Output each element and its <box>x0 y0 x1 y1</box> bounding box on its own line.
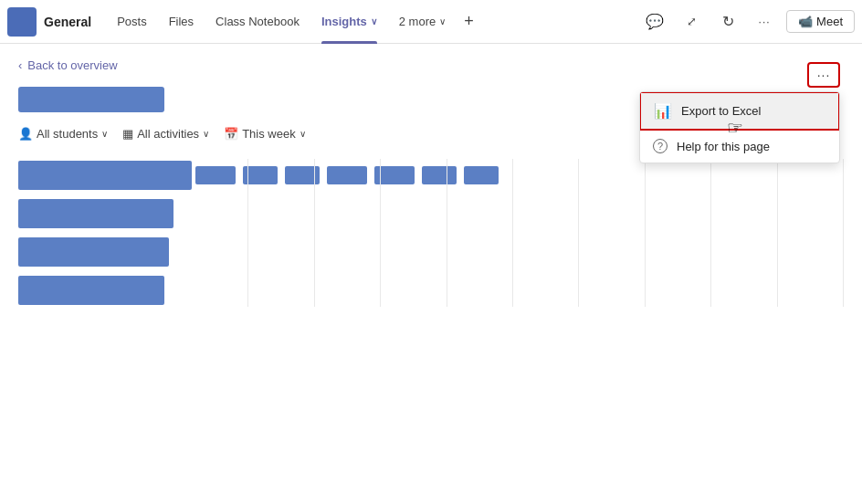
students-chevron-icon: ∨ <box>101 129 108 139</box>
page-title-block <box>18 87 164 112</box>
chart-area <box>18 159 844 307</box>
top-bar: General Posts Files Class Notebook Insig… <box>0 0 862 44</box>
app-icon <box>7 7 37 37</box>
export-to-excel-item[interactable]: 📊 Export to Excel <box>639 91 840 131</box>
tab-insights[interactable]: Insights ∨ <box>310 0 388 44</box>
seg-1-4 <box>327 166 367 184</box>
nav-tabs: Posts Files Class Notebook Insights ∨ 2 … <box>106 0 640 44</box>
dropdown-menu: 📊 Export to Excel ? Help for this page <box>639 91 840 163</box>
ellipsis-icon: ··· <box>759 16 771 28</box>
back-link[interactable]: ‹ Back to overview <box>18 58 844 72</box>
channel-name: General <box>44 15 91 29</box>
bar-main-3 <box>18 237 169 267</box>
refresh-icon-btn[interactable]: ↻ <box>713 7 742 37</box>
week-chevron-icon: ∨ <box>300 129 306 139</box>
chat-icon-btn[interactable]: 💬 <box>640 7 669 37</box>
more-chevron-icon: ∨ <box>439 16 446 26</box>
seg-1-7 <box>464 166 499 184</box>
tab-more[interactable]: 2 more ∨ <box>388 0 457 44</box>
more-options-button[interactable]: ··· <box>807 62 840 88</box>
help-icon: ? <box>653 139 668 153</box>
chart-row-4 <box>18 274 844 307</box>
expand-icon: ⤢ <box>687 15 697 28</box>
seg-1-5 <box>374 166 415 184</box>
seg-1-1 <box>195 166 236 184</box>
seg-1-3 <box>285 166 320 184</box>
seg-1-6 <box>422 166 457 184</box>
meet-button[interactable]: 📹 Meet <box>786 10 855 33</box>
seg-1-2 <box>243 166 278 184</box>
tab-class-notebook[interactable]: Class Notebook <box>205 0 310 44</box>
expand-icon-btn[interactable]: ⤢ <box>677 7 706 37</box>
content-area: ‹ Back to overview 👤 All students ∨ ▦ Al… <box>0 44 862 321</box>
meet-camera-icon: 📹 <box>798 15 813 28</box>
segments-row-1 <box>195 166 844 184</box>
bar-main-4 <box>18 276 164 305</box>
filter-week[interactable]: 📅 This week ∨ <box>224 127 306 141</box>
excel-icon: 📊 <box>654 102 672 120</box>
top-bar-right: 💬 ⤢ ↻ ··· 📹 Meet <box>640 7 855 37</box>
chart-row-2 <box>18 197 844 230</box>
filter-activities[interactable]: ▦ All activities ∨ <box>122 127 209 141</box>
back-chevron-icon: ‹ <box>18 58 22 72</box>
chat-icon: 💬 <box>646 13 664 30</box>
tab-posts[interactable]: Posts <box>106 0 158 44</box>
activities-chevron-icon: ∨ <box>203 129 209 139</box>
calendar-icon: 📅 <box>224 127 238 141</box>
more-options-icon: ··· <box>817 68 831 82</box>
insights-chevron-icon: ∨ <box>371 16 377 26</box>
tab-files[interactable]: Files <box>158 0 205 44</box>
tab-add[interactable]: + <box>457 0 481 44</box>
filter-students[interactable]: 👤 All students ∨ <box>18 127 108 141</box>
help-for-page-item[interactable]: ? Help for this page <box>640 130 839 163</box>
refresh-icon: ↻ <box>722 13 734 30</box>
more-icon-btn[interactable]: ··· <box>750 7 779 37</box>
bar-main-1 <box>18 161 192 190</box>
students-icon: 👤 <box>18 127 33 141</box>
chart-row-3 <box>18 236 844 268</box>
chart-row-1 <box>18 159 844 192</box>
activities-icon: ▦ <box>122 127 133 141</box>
bar-main-2 <box>18 199 173 228</box>
